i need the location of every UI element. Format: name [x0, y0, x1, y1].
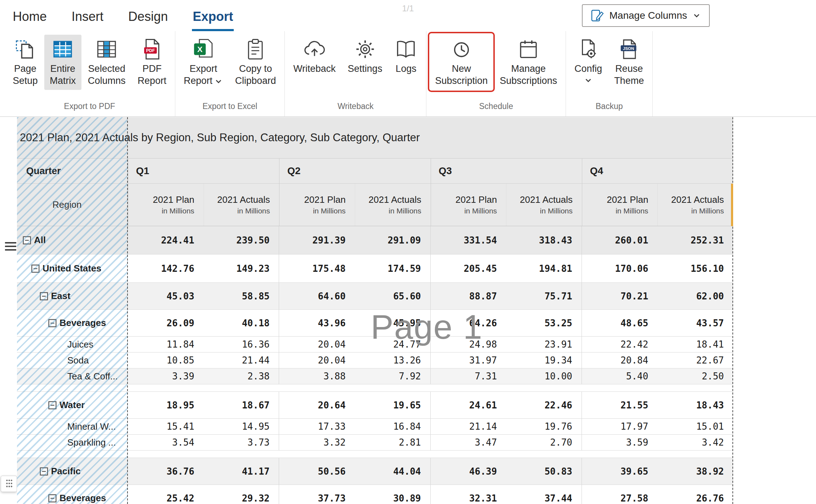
- selected-columns-icon: [95, 38, 118, 61]
- drag-handle[interactable]: [1, 476, 17, 492]
- page-indicator: 1/1: [402, 4, 414, 13]
- tab-export[interactable]: Export: [192, 4, 234, 31]
- ribbon-tabs: HomeInsertDesignExport: [12, 4, 234, 31]
- column-resize-marker: [731, 184, 733, 226]
- value-cell: 25.42: [128, 485, 204, 504]
- manage-columns-button[interactable]: Manage Columns: [582, 4, 710, 27]
- measure-header: 2021 Actualsin Millions: [355, 184, 431, 226]
- matrix-icon: [51, 38, 74, 61]
- value-cell: 18.41: [657, 337, 733, 352]
- value-cell: 22.46: [506, 392, 582, 418]
- ribbon-group-buttons: XExportReportCopy toClipboard: [178, 31, 282, 102]
- value-cell: 170.06: [582, 254, 658, 282]
- value-cell: 26.76: [657, 485, 733, 504]
- ribbon-button-label-line: Export: [189, 63, 217, 75]
- ribbon-button-reuse-theme[interactable]: JSONReuseTheme: [608, 35, 650, 90]
- ribbon-button-settings[interactable]: Settings: [342, 35, 388, 78]
- ribbon-button-copy-to-clipboard[interactable]: Copy toClipboard: [230, 35, 282, 90]
- ribbon-button-page-setup[interactable]: PageSetup: [7, 35, 44, 90]
- table-right-boundary: [732, 117, 733, 504]
- measure-name: 2021 Actuals: [520, 194, 573, 205]
- collapse-icon[interactable]: [23, 236, 31, 245]
- row-label: Sparkling ...: [67, 437, 116, 448]
- value-cell: 260.01: [582, 226, 658, 254]
- measure-header: 2021 Planin Millions: [582, 184, 658, 226]
- value-cell: 50.83: [506, 458, 582, 485]
- collapse-icon[interactable]: [40, 292, 48, 300]
- ribbon-button-manage-subscriptions[interactable]: ManageSubscriptions: [494, 35, 563, 90]
- svg-text:X: X: [197, 45, 203, 54]
- ribbon-button-logs[interactable]: Logs: [389, 35, 423, 78]
- value-cell: 205.45: [431, 254, 506, 282]
- ribbon-button-label: ReuseTheme: [614, 63, 644, 87]
- row-label: Mineral W...: [67, 421, 116, 432]
- hamburger-menu-icon[interactable]: [5, 240, 16, 253]
- ribbon-group: ConfigJSONReuseThemeBackup: [566, 31, 653, 116]
- collapse-icon[interactable]: [48, 319, 57, 327]
- ribbon-button-new-subscription[interactable]: NewSubscription: [429, 35, 493, 90]
- ribbon-group-buttons: ConfigJSONReuseTheme: [569, 31, 650, 102]
- clipboard-icon: [244, 38, 267, 61]
- measure-unit: in Millions: [389, 207, 421, 215]
- ribbon-button-label: Writeback: [293, 63, 336, 75]
- measure-header: 2021 Actualsin Millions: [204, 184, 279, 226]
- table-row: Tea & Coff...3.392.383.887.927.3110.005.…: [17, 368, 733, 384]
- value-cell: 21.14: [431, 419, 506, 434]
- value-cell: 46.39: [431, 458, 506, 485]
- ribbon-button-export-report[interactable]: XExportReport: [178, 35, 229, 90]
- ribbon-group-label: Writeback: [288, 102, 423, 116]
- ribbon-button-label-line: Page: [14, 63, 36, 75]
- value-cell: 7.92: [355, 368, 431, 384]
- collapse-icon[interactable]: [31, 264, 40, 273]
- quarter-header-row: Quarter Q1Q2Q3Q4: [17, 158, 733, 184]
- value-cell: 19.76: [506, 419, 582, 434]
- ribbon-button-label: Config: [574, 63, 602, 85]
- ribbon-group-label: Export to PDF: [7, 102, 172, 116]
- table-row: All224.41239.50291.39291.09331.54318.432…: [17, 226, 733, 254]
- value-cell: 175.48: [279, 254, 355, 282]
- value-cell: 37.73: [279, 485, 355, 504]
- value-cell: 2.38: [204, 368, 279, 384]
- ribbon-button-pdf-report[interactable]: PDFPDFReport: [132, 35, 172, 90]
- tab-design[interactable]: Design: [128, 4, 169, 31]
- ribbon-button-label-line: Columns: [88, 75, 126, 87]
- measure-header: 2021 Planin Millions: [279, 184, 355, 226]
- ribbon-group: PageSetupEntireMatrixSelectedColumnsPDFP…: [4, 31, 175, 116]
- ribbon-button-entire-matrix[interactable]: EntireMatrix: [44, 35, 82, 90]
- ribbon-button-label-line: Manage: [511, 63, 546, 75]
- page-watermark: Page 1: [371, 308, 483, 346]
- collapse-icon[interactable]: [48, 494, 57, 503]
- ribbon-button-label: NewSubscription: [435, 63, 488, 87]
- table-row: United States142.76149.23175.48174.59205…: [17, 254, 733, 283]
- row-header: United States: [17, 254, 128, 282]
- value-cell: 3.42: [657, 435, 733, 450]
- table-row: Mineral W...15.4114.9517.3316.8421.1419.…: [17, 419, 733, 435]
- value-cell: 27.58: [582, 485, 658, 504]
- svg-text:JSON: JSON: [623, 46, 634, 51]
- row-label: Beverages: [60, 493, 106, 504]
- ribbon-button-label-line: Setup: [13, 75, 38, 87]
- ribbon-button-config[interactable]: Config: [569, 35, 608, 88]
- row-dimension-header: Region: [17, 184, 128, 226]
- ribbon-button-label-line: Writeback: [293, 63, 336, 75]
- ribbon-group: NewSubscriptionManageSubscriptionsSchedu…: [426, 31, 566, 116]
- ribbon-button-label-line: PDF: [142, 63, 162, 75]
- table-row: East45.0358.8564.6065.6088.8775.7170.216…: [17, 283, 733, 310]
- edit-columns-icon: [590, 8, 605, 23]
- ribbon-button-writeback[interactable]: Writeback: [288, 35, 341, 78]
- row-header: Pacific: [17, 458, 128, 485]
- value-cell: 224.41: [128, 226, 204, 254]
- row-header: Sparkling ...: [17, 435, 128, 450]
- clock-icon: [450, 38, 473, 61]
- ribbon-button-label-line: Config: [574, 63, 602, 75]
- calendar-icon: [517, 38, 540, 61]
- collapse-icon[interactable]: [40, 467, 48, 476]
- ribbon-button-selected-columns[interactable]: SelectedColumns: [82, 35, 131, 90]
- ribbon-group: XExportReportCopy toClipboardExport to E…: [175, 31, 285, 116]
- tab-home[interactable]: Home: [12, 4, 47, 31]
- measure-header: 2021 Actualsin Millions: [657, 184, 733, 226]
- ribbon-button-label: PDFReport: [138, 63, 166, 87]
- collapse-icon[interactable]: [48, 401, 57, 410]
- cloud-upload-icon: [303, 38, 326, 61]
- tab-insert[interactable]: Insert: [71, 4, 104, 31]
